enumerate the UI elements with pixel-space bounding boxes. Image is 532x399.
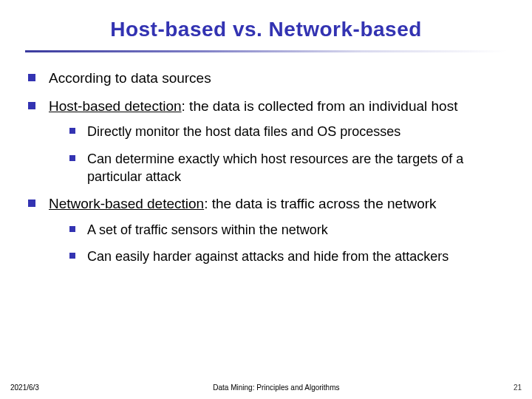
bullet-rest: : the data is collected from an individu… <box>182 98 458 114</box>
footer-date: 2021/6/3 <box>10 383 39 392</box>
bullet-rest: : the data is traffic across the network <box>204 196 436 211</box>
bullet-lead: Network-based detection <box>49 196 204 211</box>
title-rule <box>25 50 507 52</box>
list-item: Directly monitor the host data files and… <box>69 123 507 140</box>
list-item: Can determine exactly which host resourc… <box>69 150 507 186</box>
sublist: A set of traffic sensors within the netw… <box>49 221 507 266</box>
list-item: Network-based detection: the data is tra… <box>28 194 507 265</box>
bullet-text: Can easily harder against attacks and hi… <box>87 249 449 264</box>
bullet-text: A set of traffic sensors within the netw… <box>87 222 328 237</box>
list-item: A set of traffic sensors within the netw… <box>69 221 507 239</box>
bullet-text: According to data sources <box>49 70 211 86</box>
bullet-text: Can determine exactly which host resourc… <box>87 151 463 184</box>
sublist: Directly monitor the host data files and… <box>49 123 507 185</box>
bullet-list: According to data sources Host-based det… <box>25 69 507 265</box>
bullet-lead: Host-based detection <box>49 98 182 114</box>
list-item: According to data sources <box>28 69 507 88</box>
footer-source: Data Mining: Principles and Algorithms <box>39 383 514 392</box>
slide-title: Host-based vs. Network-based <box>25 13 507 50</box>
list-item: Can easily harder against attacks and hi… <box>69 248 507 265</box>
bullet-text: Directly monitor the host data files and… <box>87 124 400 139</box>
footer: 2021/6/3 Data Mining: Principles and Alg… <box>0 383 532 392</box>
footer-page: 21 <box>514 383 522 392</box>
list-item: Host-based detection: the data is collec… <box>28 97 507 186</box>
slide: Host-based vs. Network-based According t… <box>0 0 532 399</box>
